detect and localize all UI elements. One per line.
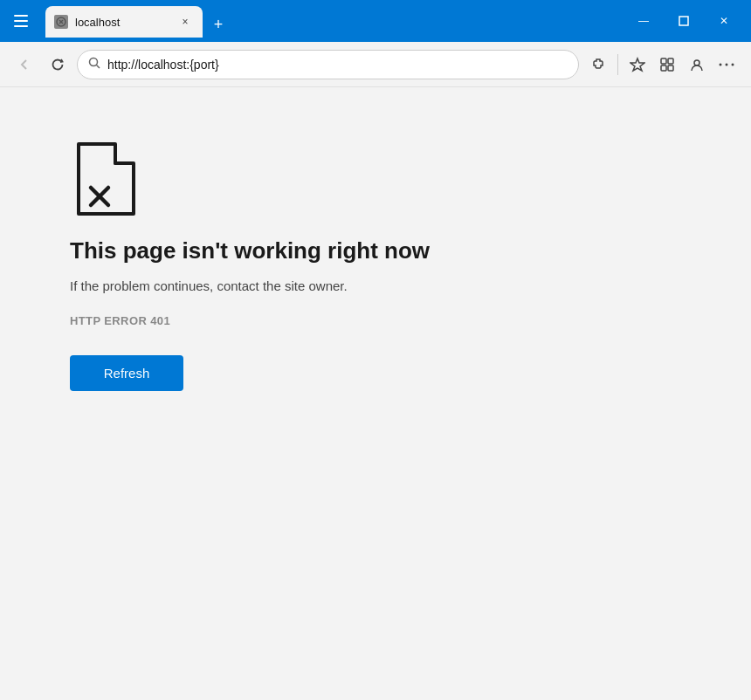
collections-button[interactable] [653, 51, 681, 79]
nav-divider [617, 54, 618, 75]
tab-favicon [54, 15, 68, 29]
active-tab[interactable]: localhost × [45, 6, 203, 38]
svg-point-15 [720, 63, 722, 65]
maximize-button[interactable] [664, 7, 704, 35]
svg-rect-2 [14, 25, 28, 27]
favorites-button[interactable] [624, 51, 651, 79]
svg-rect-6 [679, 17, 688, 25]
title-bar: localhost × + — ✕ [0, 0, 751, 42]
tab-bar: localhost × + [38, 5, 620, 37]
svg-marker-9 [630, 58, 644, 71]
error-subtext: If the problem continues, contact the si… [70, 278, 681, 293]
address-input[interactable] [107, 58, 568, 72]
svg-rect-13 [668, 65, 673, 71]
window-controls: — ✕ [624, 7, 744, 35]
svg-point-14 [694, 60, 699, 65]
page-content: This page isn't working right now If the… [0, 87, 751, 700]
new-tab-button[interactable]: + [206, 12, 231, 37]
search-icon [88, 57, 100, 72]
more-button[interactable] [713, 51, 741, 79]
profile-button[interactable] [683, 51, 711, 79]
browser-window: localhost × + — ✕ [0, 0, 751, 700]
nav-right-buttons [584, 51, 741, 79]
sidebar-toggle-button[interactable] [7, 7, 35, 35]
svg-line-8 [97, 65, 100, 69]
svg-rect-1 [14, 20, 28, 22]
close-button[interactable]: ✕ [704, 7, 744, 35]
error-icon [70, 140, 140, 209]
refresh-button[interactable] [44, 51, 72, 79]
nav-bar [0, 42, 751, 87]
tab-close-button[interactable]: × [176, 13, 194, 31]
back-button[interactable] [10, 51, 38, 79]
svg-rect-0 [14, 15, 28, 17]
minimize-button[interactable]: — [624, 7, 664, 35]
error-heading: This page isn't working right now [70, 237, 681, 264]
refresh-button[interactable]: Refresh [70, 355, 183, 391]
tab-title: localhost [75, 16, 169, 29]
address-bar-container[interactable] [77, 50, 579, 79]
extensions-button[interactable] [584, 51, 612, 79]
svg-rect-10 [661, 58, 666, 64]
svg-point-17 [732, 63, 734, 65]
error-code: HTTP ERROR 401 [70, 314, 681, 327]
svg-rect-11 [668, 58, 673, 64]
svg-point-7 [90, 58, 98, 66]
svg-point-16 [726, 63, 728, 65]
svg-rect-12 [661, 65, 666, 71]
